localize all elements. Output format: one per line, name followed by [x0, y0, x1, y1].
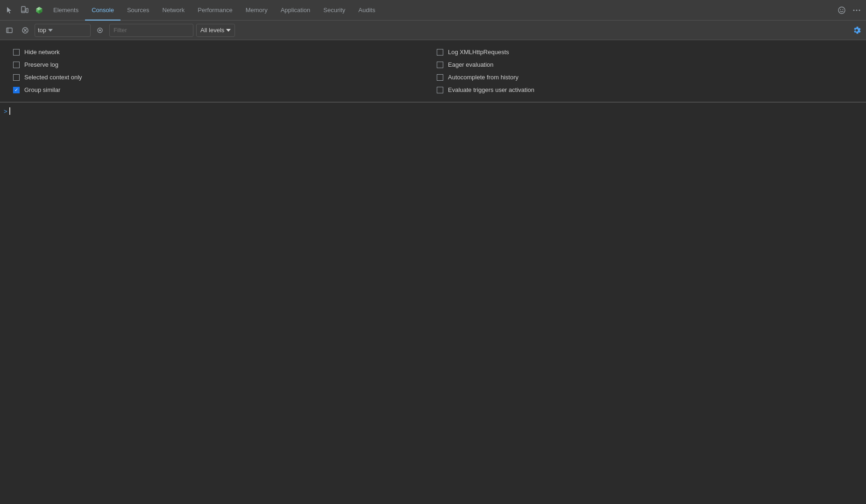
console-content-area: >	[0, 103, 866, 119]
eager-evaluation-checkbox[interactable]	[437, 62, 443, 68]
device-toolbar-icon[interactable]	[17, 3, 32, 18]
hide-network-label: Hide network	[24, 49, 60, 56]
preserve-log-checkbox[interactable]	[13, 62, 20, 68]
context-value: top	[38, 27, 46, 34]
log-xmlhttprequests-label: Log XMLHttpRequests	[448, 49, 509, 56]
autocomplete-from-history-checkbox[interactable]	[437, 74, 443, 81]
hide-network-checkbox[interactable]	[13, 49, 20, 56]
tab-audits[interactable]: Audits	[352, 0, 382, 21]
svg-rect-16	[7, 28, 12, 33]
svg-point-13	[853, 9, 855, 11]
tab-application[interactable]: Application	[274, 0, 317, 21]
context-dropdown-icon	[48, 29, 53, 32]
setting-autocomplete-from-history[interactable]: Autocomplete from history	[433, 71, 857, 84]
svg-point-11	[840, 9, 841, 10]
sidebar-toggle-button[interactable]	[3, 24, 16, 37]
setting-log-xmlhttprequests[interactable]: Log XMLHttpRequests	[433, 46, 857, 58]
levels-dropdown-icon	[226, 29, 231, 32]
evaluate-triggers-user-activation-checkbox[interactable]	[437, 87, 443, 93]
smiley-icon[interactable]	[834, 3, 849, 18]
tab-sources[interactable]: Sources	[121, 0, 156, 21]
clear-console-button[interactable]	[19, 24, 32, 37]
log-xmlhttprequests-checkbox[interactable]	[437, 49, 443, 56]
evaluate-triggers-user-activation-label: Evaluate triggers user activation	[448, 86, 534, 93]
eager-evaluation-label: Eager evaluation	[448, 61, 494, 68]
setting-selected-context-only[interactable]: Selected context only	[9, 71, 433, 84]
setting-preserve-log[interactable]: Preserve log	[9, 58, 433, 71]
selected-context-only-label: Selected context only	[24, 74, 82, 81]
setting-eager-evaluation[interactable]: Eager evaluation	[433, 58, 857, 71]
tab-console[interactable]: Console	[85, 0, 121, 21]
setting-hide-network[interactable]: Hide network	[9, 46, 433, 58]
settings-left-column: Hide network Preserve log Selected conte…	[9, 46, 433, 96]
filter-input[interactable]	[109, 24, 193, 37]
settings-panel: Hide network Preserve log Selected conte…	[0, 40, 866, 102]
svg-point-12	[843, 9, 844, 10]
more-options-icon[interactable]	[849, 3, 864, 18]
svg-point-22	[99, 29, 101, 31]
tab-security[interactable]: Security	[317, 0, 352, 21]
console-input-line[interactable]: >	[0, 105, 866, 117]
settings-button[interactable]	[850, 24, 863, 37]
context-selector[interactable]: top	[35, 24, 91, 37]
tab-performance[interactable]: Performance	[191, 0, 239, 21]
autocomplete-from-history-label: Autocomplete from history	[448, 74, 518, 81]
svg-rect-0	[21, 7, 25, 13]
group-similar-checkbox[interactable]	[13, 87, 20, 93]
console-toolbar: top All levels	[0, 21, 866, 40]
svg-point-15	[859, 9, 860, 11]
tab-network[interactable]: Network	[156, 0, 192, 21]
settings-right-column: Log XMLHttpRequests Eager evaluation Aut…	[433, 46, 857, 96]
elements-gem-icon	[32, 3, 47, 18]
cursor-tool-icon[interactable]	[2, 3, 17, 18]
svg-rect-2	[26, 8, 28, 13]
levels-label: All levels	[200, 27, 224, 34]
svg-point-10	[838, 7, 845, 14]
group-similar-label: Group similar	[24, 86, 60, 93]
console-cursor	[9, 107, 10, 115]
log-levels-button[interactable]: All levels	[196, 24, 235, 37]
tab-memory[interactable]: Memory	[239, 0, 274, 21]
inspect-icon[interactable]	[93, 24, 106, 37]
selected-context-only-checkbox[interactable]	[13, 74, 20, 81]
svg-point-14	[856, 9, 858, 11]
tab-elements[interactable]: Elements	[47, 0, 85, 21]
devtools-tabbar: Elements Console Sources Network Perform…	[0, 0, 866, 21]
setting-evaluate-triggers-user-activation[interactable]: Evaluate triggers user activation	[433, 84, 857, 96]
console-prompt-chevron: >	[4, 108, 7, 115]
setting-group-similar[interactable]: Group similar	[9, 84, 433, 96]
preserve-log-label: Preserve log	[24, 61, 58, 68]
